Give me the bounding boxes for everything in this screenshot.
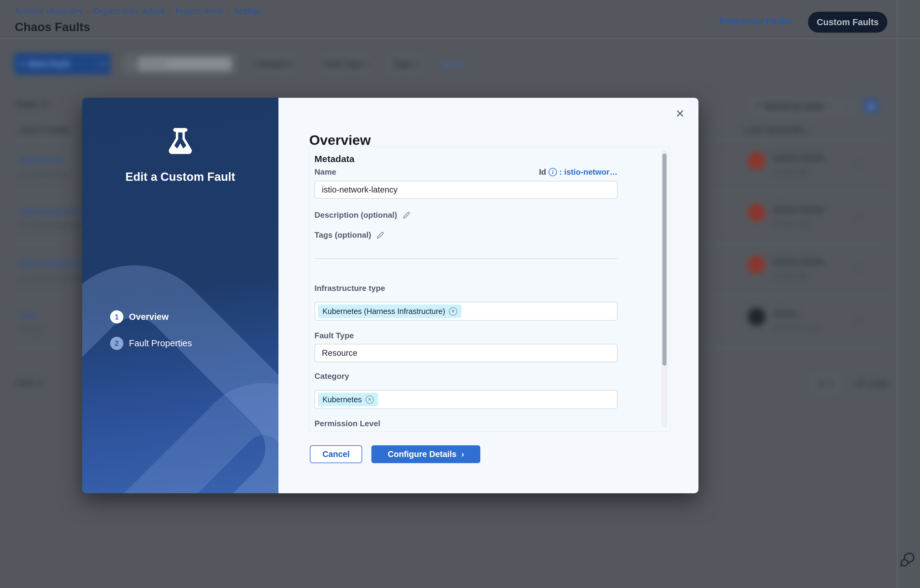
step-number-badge: 1 [110, 310, 123, 323]
filter-category[interactable]: Category ▾ [255, 55, 296, 73]
fault-id-text: ID: test [19, 326, 43, 334]
tags-label: Tags (optional) [314, 230, 371, 240]
category-chip: Kubernetes ✕ [318, 393, 378, 406]
infrastructure-chip: Kubernetes (Harness Infrastructure) ✕ [318, 304, 462, 318]
new-fault-button[interactable]: + New Fault ▾ [14, 53, 110, 75]
chip-remove-icon[interactable]: ✕ [366, 396, 374, 404]
filter-fault-type[interactable]: Fault Type ▾ [322, 55, 370, 73]
overview-heading: Overview [309, 132, 371, 148]
search-input[interactable]: Search [138, 57, 232, 71]
modified-at-text: 5 days ago [773, 219, 809, 228]
close-icon[interactable]: ✕ [673, 107, 687, 121]
chevron-down-icon: ▾ [293, 60, 296, 68]
grid-view-button[interactable]: ▦ [864, 99, 878, 113]
edit-pencil-icon[interactable] [402, 211, 411, 220]
wizard-panel: Edit a Custom Fault 1 Overview 2 Fault P… [82, 98, 279, 493]
search-icon [129, 61, 135, 67]
step-number-badge: 2 [110, 337, 123, 350]
avatar [748, 204, 766, 222]
modal-content: ✕ Overview Metadata Name Id i : istio-ne… [279, 98, 698, 493]
form-scrollbar[interactable] [662, 151, 667, 428]
button-divider [97, 58, 98, 70]
fault-type-label: Fault Type [314, 331, 354, 341]
list-settings-button[interactable] [842, 100, 854, 113]
wizard-step-overview[interactable]: 1 Overview [110, 310, 168, 323]
fault-type-input[interactable] [314, 344, 617, 362]
step-label: Fault Properties [129, 338, 192, 349]
fault-id-row: Id i : istio-networ… [314, 167, 617, 177]
plus-icon: + [20, 59, 24, 69]
modified-at-text: 5 days ago [773, 167, 809, 176]
edit-pencil-icon[interactable] [376, 231, 385, 239]
wizard-title: Edit a Custom Fault [82, 170, 279, 184]
fault-search-box[interactable]: Search [123, 54, 237, 74]
metadata-heading: Metadata [314, 154, 355, 164]
modified-at-text: 5 days ago [773, 271, 809, 280]
avatar [748, 152, 766, 170]
fault-id-text: ID: istio-network-loss [19, 222, 88, 230]
fault-name-link[interactable]: delete-pod [19, 155, 63, 165]
chevron-down-icon: ▾ [829, 380, 832, 387]
column-header-fault-name[interactable]: FAULT NAME ↑ [19, 126, 76, 135]
row-chevron-icon[interactable]: › [856, 312, 860, 327]
wizard-step-fault-properties[interactable]: 2 Fault Properties [110, 337, 192, 350]
modified-by-text: Admin Admin [773, 205, 824, 215]
sort-asc-icon: ↑ [72, 126, 76, 134]
total-count-label: Total: 4 [15, 99, 47, 110]
chevron-down-icon: ▾ [415, 60, 418, 68]
search-icon [755, 103, 761, 110]
row-chevron-icon[interactable]: › [856, 156, 860, 171]
flask-icon [165, 126, 196, 157]
overview-form: Metadata Name Id i : istio-networ… Descr… [309, 147, 670, 431]
page-select[interactable]: 1 ▾ [812, 376, 839, 391]
pagination-total: Total: 4 [15, 378, 43, 388]
tags-row: Tags (optional) [314, 230, 385, 240]
modified-by-text: Admin [773, 309, 798, 318]
description-row: Description (optional) [314, 210, 411, 220]
modified-by-text: Admin Admin [773, 153, 824, 163]
per-page-label[interactable]: 10 / page [855, 378, 889, 388]
chat-bubbles-icon [900, 552, 917, 569]
fault-id-text: ID: delete-pod [19, 170, 66, 178]
grid-icon: ▦ [868, 102, 875, 110]
row-chevron-icon[interactable]: › [856, 260, 860, 275]
configure-details-button[interactable]: Configure Details › [371, 445, 480, 463]
column-header-last-modified[interactable]: LAST MODIFIED ↓ [744, 126, 811, 135]
edit-custom-fault-modal: Edit a Custom Fault 1 Overview 2 Fault P… [82, 98, 698, 493]
list-search-box[interactable]: Search by name [751, 99, 836, 114]
chevron-down-icon: ▾ [102, 60, 105, 68]
info-icon[interactable]: i [549, 168, 557, 176]
chevron-down-icon: ▾ [366, 60, 369, 68]
category-label: Category [314, 372, 349, 381]
help-chat-button[interactable] [900, 552, 917, 569]
description-label: Description (optional) [314, 210, 397, 220]
modified-at-text: 8 months ago [773, 323, 818, 332]
fault-id-link[interactable]: : istio-networ… [559, 167, 617, 177]
infrastructure-type-label: Infrastructure type [314, 284, 385, 293]
scrollbar-thumb[interactable] [662, 153, 666, 366]
category-input[interactable]: Kubernetes ✕ [314, 390, 617, 409]
reset-filters-link[interactable]: Reset [442, 60, 464, 69]
step-label: Overview [129, 312, 168, 322]
cancel-button[interactable]: Cancel [310, 445, 362, 463]
sort-desc-icon: ↓ [807, 126, 811, 134]
fault-name-link[interactable]: test [19, 311, 35, 321]
section-divider [314, 258, 617, 259]
permission-level-label: Permission Level [314, 419, 380, 428]
chip-remove-icon[interactable]: ✕ [449, 307, 457, 315]
right-panel-divider [897, 0, 897, 588]
avatar [748, 256, 766, 274]
modified-by-text: Admin Admin [773, 257, 824, 267]
filter-tags[interactable]: Tags ▾ [389, 55, 422, 73]
avatar [748, 308, 766, 326]
infrastructure-type-input[interactable]: Kubernetes (Harness Infrastructure) ✕ [314, 302, 617, 321]
row-chevron-icon[interactable]: › [856, 208, 860, 223]
id-label: Id [539, 167, 546, 177]
name-input[interactable] [314, 181, 617, 199]
chevron-right-icon: › [461, 450, 464, 459]
